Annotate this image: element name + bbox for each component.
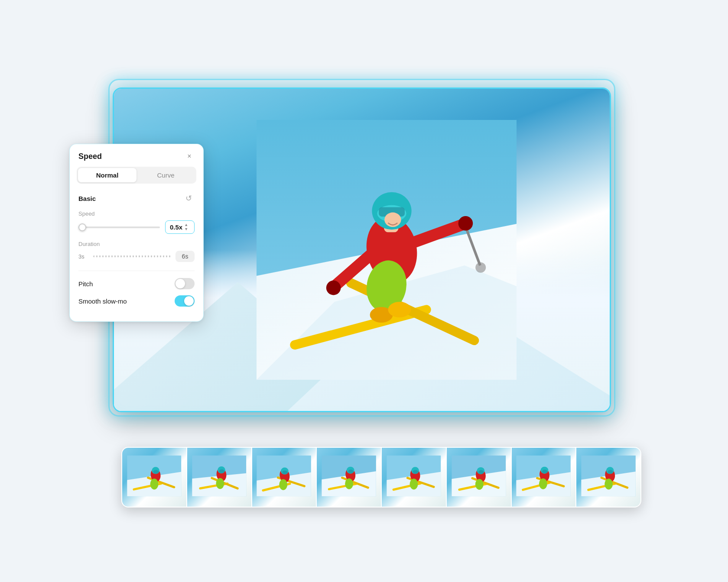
duration-start: 3s: [78, 253, 89, 260]
panel-header: Speed ×: [70, 144, 203, 167]
reset-button[interactable]: ↺: [182, 192, 195, 204]
svg-point-27: [153, 470, 159, 474]
filmstrip: [121, 447, 641, 508]
svg-point-57: [410, 479, 418, 489]
duration-slider-track[interactable]: [93, 255, 171, 257]
svg-point-43: [283, 470, 288, 474]
svg-point-73: [539, 478, 547, 489]
pitch-toggle[interactable]: [175, 278, 195, 289]
svg-point-83: [608, 470, 613, 474]
frame-bg-7: [512, 448, 576, 507]
tab-curve[interactable]: Curve: [136, 168, 195, 182]
svg-point-67: [478, 470, 484, 474]
smooth-slomo-row: Smooth slow-mo: [78, 295, 195, 307]
svg-point-81: [604, 479, 613, 489]
frame-bg-8: [576, 448, 640, 507]
smooth-slomo-toggle-knob: [184, 296, 194, 306]
pitch-row: Pitch: [78, 278, 195, 289]
svg-point-51: [348, 469, 354, 473]
skier-container: [257, 120, 517, 380]
svg-point-59: [413, 470, 418, 474]
svg-point-18: [326, 281, 341, 295]
frame-bg-2: [187, 448, 251, 507]
section-header: Basic ↺: [78, 192, 195, 204]
svg-point-75: [542, 469, 548, 473]
frame-bg-4: [317, 448, 381, 507]
filmstrip-frame-7: [512, 448, 577, 507]
filmstrip-frame-2: [187, 448, 252, 507]
divider: [78, 271, 195, 271]
smooth-slomo-label: Smooth slow-mo: [78, 297, 127, 305]
svg-point-25: [150, 479, 158, 489]
filmstrip-frame-1: [122, 448, 187, 507]
filmstrip-frame-8: [576, 448, 640, 507]
speed-row: 0.5x ▲ ▼: [78, 220, 195, 234]
frame-bg-5: [382, 448, 446, 507]
svg-point-65: [475, 479, 483, 490]
close-button[interactable]: ×: [184, 151, 195, 162]
filmstrip-frame-4: [317, 448, 382, 507]
duration-label: Duration: [78, 241, 195, 247]
frame-bg-1: [122, 448, 186, 507]
svg-point-35: [219, 469, 224, 473]
speed-value: 0.5x: [170, 223, 182, 231]
tabs-container: Normal Curve: [77, 167, 196, 184]
spinner-down-icon[interactable]: ▼: [184, 227, 188, 231]
frame-bg-6: [447, 448, 511, 507]
smooth-slomo-toggle[interactable]: [175, 295, 195, 307]
pitch-label: Pitch: [78, 280, 93, 288]
filmstrip-frame-3: [252, 448, 317, 507]
panel-title: Speed: [78, 152, 102, 161]
svg-point-9: [475, 262, 486, 273]
duration-row: 3s 6s: [78, 251, 195, 262]
svg-point-49: [345, 478, 353, 489]
svg-point-33: [216, 478, 224, 489]
duration-end: 6s: [176, 251, 195, 262]
svg-point-41: [280, 479, 288, 490]
speed-value-box[interactable]: 0.5x ▲ ▼: [165, 220, 195, 234]
tab-normal[interactable]: Normal: [78, 168, 136, 182]
speed-label: Speed: [78, 210, 195, 217]
speed-panel: Speed × Normal Curve Basic ↺ Speed: [69, 144, 204, 322]
section-title: Basic: [78, 195, 96, 202]
filmstrip-frame-5: [382, 448, 447, 507]
filmstrip-frame-6: [447, 448, 512, 507]
frame-bg-3: [252, 448, 316, 507]
svg-point-19: [458, 216, 473, 231]
svg-point-12: [388, 302, 411, 317]
spinner-up-icon[interactable]: ▲: [184, 223, 188, 227]
speed-slider-thumb[interactable]: [78, 223, 86, 231]
speed-spinner[interactable]: ▲ ▼: [184, 223, 188, 231]
speed-slider-track[interactable]: [78, 226, 160, 228]
pitch-toggle-knob: [176, 279, 185, 288]
panel-content: Basic ↺ Speed 0.5x ▲ ▼ Durati: [70, 191, 203, 321]
main-scene: Speed × Normal Curve Basic ↺ Speed: [61, 53, 667, 529]
